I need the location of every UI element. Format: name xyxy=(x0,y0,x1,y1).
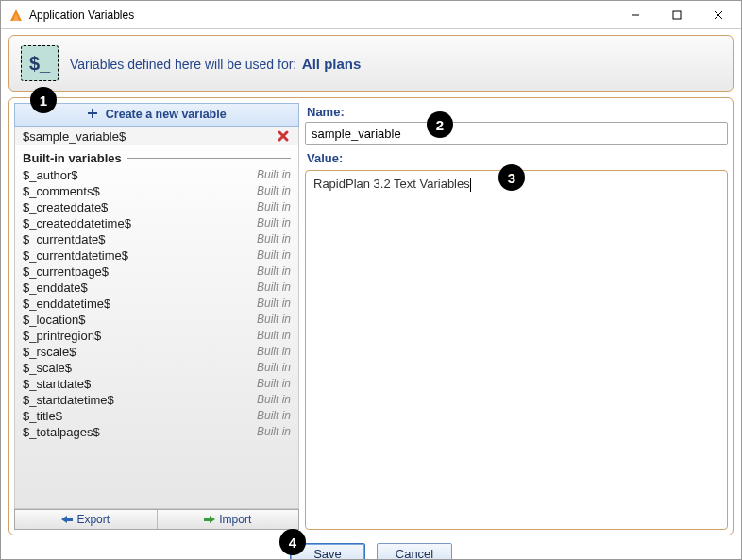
variable-name: $_author$ xyxy=(23,168,78,182)
dollar-icon: $_ xyxy=(21,45,59,81)
cancel-button[interactable]: Cancel xyxy=(377,543,452,560)
variable-name: $_currentdatetime$ xyxy=(23,248,128,263)
banner: $_ Variables defined here will be used f… xyxy=(8,35,734,92)
builtin-variable-row[interactable]: $_title$Built in xyxy=(15,408,298,424)
svg-rect-7 xyxy=(88,112,97,114)
import-icon xyxy=(204,515,215,524)
callout-1: 1 xyxy=(30,87,57,113)
import-button[interactable]: Import xyxy=(158,510,299,529)
builtin-variable-row[interactable]: $_location$Built in xyxy=(15,312,298,328)
value-input[interactable]: RapidPlan 3.2 Text Variables xyxy=(305,170,728,530)
app-icon xyxy=(8,8,24,23)
export-import-bar: Export Import xyxy=(14,509,299,530)
close-button[interactable] xyxy=(698,2,739,28)
dialog-button-row: Save Cancel xyxy=(8,535,734,560)
variable-name: $_startdatetime$ xyxy=(23,393,114,407)
builtin-tag: Built in xyxy=(257,361,291,375)
variable-name: $_comments$ xyxy=(23,184,100,198)
variable-name: $_startdate$ xyxy=(23,377,91,391)
text-cursor xyxy=(470,178,471,192)
svg-rect-3 xyxy=(673,11,681,19)
builtin-variable-row[interactable]: $_totalpages$Built in xyxy=(15,424,298,440)
import-label: Import xyxy=(219,513,251,526)
builtin-tag: Built in xyxy=(257,345,291,359)
builtin-variable-row[interactable]: $_author$Built in xyxy=(15,167,298,183)
svg-marker-10 xyxy=(61,516,73,523)
callout-2: 2 xyxy=(427,111,453,138)
builtin-tag: Built in xyxy=(257,409,291,423)
svg-marker-11 xyxy=(204,516,215,523)
callout-4: 4 xyxy=(279,529,306,555)
builtin-variable-row[interactable]: $_comments$Built in xyxy=(15,183,298,199)
variable-name: $_currentpage$ xyxy=(23,264,109,279)
variable-name: $_enddate$ xyxy=(23,280,88,295)
export-label: Export xyxy=(76,513,110,526)
builtin-tag: Built in xyxy=(257,280,291,295)
variable-name: $_enddatetime$ xyxy=(23,297,110,311)
builtin-variable-row[interactable]: $_startdatetime$Built in xyxy=(15,392,298,408)
builtin-variable-row[interactable]: $_enddate$Built in xyxy=(15,280,298,296)
value-label: Value: xyxy=(307,151,728,165)
variable-name: $_totalpages$ xyxy=(23,425,100,439)
export-button[interactable]: Export xyxy=(15,510,158,529)
variable-name: $_location$ xyxy=(23,313,86,327)
variable-name: $_scale$ xyxy=(23,361,72,375)
builtin-variable-row[interactable]: $_enddatetime$Built in xyxy=(15,296,298,312)
builtin-variable-row[interactable]: $_currentpage$Built in xyxy=(15,263,298,280)
builtin-tag: Built in xyxy=(257,425,291,439)
variable-name: $_title$ xyxy=(23,409,62,423)
value-text: RapidPlan 3.2 Text Variables xyxy=(313,177,470,191)
callout-3: 3 xyxy=(498,164,525,191)
banner-label: Variables defined here will be used for: xyxy=(70,57,296,72)
create-variable-button[interactable]: Create a new variable xyxy=(14,103,299,127)
builtin-tag: Built in xyxy=(257,264,291,279)
variable-name: $_currentdate$ xyxy=(23,232,105,246)
variable-name: $_createddatetime$ xyxy=(23,216,131,230)
builtin-tag: Built in xyxy=(257,313,291,327)
builtin-variable-row[interactable]: $_printregion$Built in xyxy=(15,328,298,344)
builtin-tag: Built in xyxy=(257,184,291,198)
variable-list-panel: Create a new variable $sample_variable$B… xyxy=(14,103,299,530)
builtin-tag: Built in xyxy=(257,377,291,391)
plus-icon xyxy=(87,108,98,122)
banner-scope: All plans xyxy=(302,56,362,72)
variable-name: $_rscale$ xyxy=(23,345,76,359)
user-variable-row[interactable]: $sample_variable$ xyxy=(15,127,298,145)
builtin-tag: Built in xyxy=(257,248,291,263)
main-panel: Create a new variable $sample_variable$B… xyxy=(8,97,734,535)
builtin-tag: Built in xyxy=(257,168,291,182)
name-input[interactable] xyxy=(305,122,728,145)
builtin-tag: Built in xyxy=(257,393,291,407)
title-bar: Application Variables xyxy=(1,1,741,29)
builtin-header-label: Built-in variables xyxy=(23,151,122,165)
variable-name: $_createddate$ xyxy=(23,200,108,214)
builtin-variable-row[interactable]: $_startdate$Built in xyxy=(15,376,298,392)
export-icon xyxy=(61,515,73,524)
delete-variable-icon[interactable] xyxy=(276,128,291,144)
builtin-variable-row[interactable]: $_rscale$Built in xyxy=(15,344,298,360)
builtin-tag: Built in xyxy=(257,329,291,343)
variable-name: $_printregion$ xyxy=(23,329,101,343)
builtin-tag: Built in xyxy=(257,232,291,246)
create-variable-label: Create a new variable xyxy=(106,108,227,121)
builtin-tag: Built in xyxy=(257,200,291,214)
builtin-tag: Built in xyxy=(257,297,291,311)
maximize-button[interactable] xyxy=(656,2,698,28)
builtin-header: Built-in variables xyxy=(15,145,298,167)
builtin-variable-row[interactable]: $_createddate$Built in xyxy=(15,199,298,215)
builtin-variable-row[interactable]: $_createddatetime$Built in xyxy=(15,215,298,231)
builtin-variable-row[interactable]: $_scale$Built in xyxy=(15,360,298,376)
builtin-tag: Built in xyxy=(257,216,291,230)
variable-list[interactable]: $sample_variable$Built-in variables$_aut… xyxy=(14,127,299,509)
banner-text: Variables defined here will be used for:… xyxy=(70,56,361,72)
variable-name: $sample_variable$ xyxy=(23,129,126,144)
minimize-button[interactable] xyxy=(615,2,656,28)
window-title: Application Variables xyxy=(29,8,615,22)
builtin-variable-row[interactable]: $_currentdatetime$Built in xyxy=(15,247,298,263)
name-label: Name: xyxy=(307,105,728,119)
builtin-variable-row[interactable]: $_currentdate$Built in xyxy=(15,231,298,247)
